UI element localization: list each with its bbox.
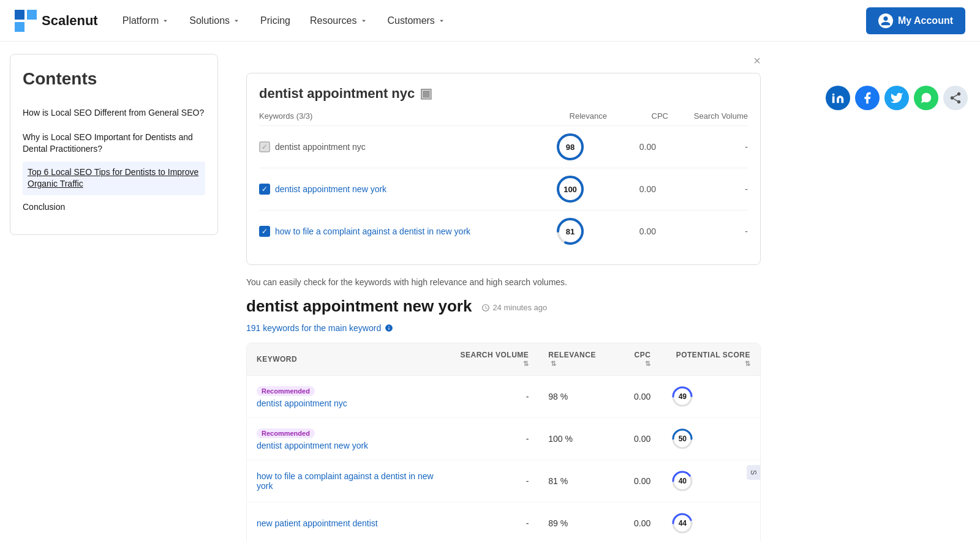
table-cell-keyword[interactable]: how to file a complaint against a dentis… [247, 460, 445, 502]
table-cell-sv: - [445, 502, 538, 542]
copy-icon[interactable]: ▣ [420, 86, 432, 102]
table-cell-keyword[interactable]: Recommended dentist appointment new york [247, 418, 445, 460]
close-area: × [246, 54, 761, 68]
desc-text: You can easily check for the keywords wi… [246, 277, 761, 287]
keyword-table: KEYWORD SEARCH VOLUME ⇅ RELEVANCE ⇅ CPC [247, 343, 760, 541]
score-circle-1: 98 [556, 132, 585, 162]
col-header-sv: Search Volume [668, 111, 748, 121]
keyword-panel-title: dentist appointment nyc ▣ [259, 86, 748, 102]
sv-cell-1: - [668, 142, 748, 152]
sort-icon-sv[interactable]: ⇅ [523, 360, 529, 368]
th-score: POTENTIAL SCORE ⇅ [660, 343, 760, 376]
table-cell-cpc: 0.00 [615, 418, 660, 460]
twitter-icon[interactable] [884, 86, 909, 110]
my-account-button[interactable]: My Account [866, 7, 965, 34]
navbar: Scalenut Platform Solutions Pricing Reso… [0, 0, 980, 42]
keyword-row-2: dentist appointment new york 100 0.00 - [259, 168, 748, 210]
th-sv: SEARCH VOLUME ⇅ [445, 343, 538, 376]
relevance-cell-2: 100 [533, 174, 607, 204]
score-value: 44 [679, 519, 687, 528]
keyword-table-container: S KEYWORD SEARCH VOLUME ⇅ RELEVANCE ⇅ [246, 343, 761, 541]
th-keyword: KEYWORD [247, 343, 445, 376]
my-account-label: My Account [898, 15, 953, 26]
table-score-circle: 40 [670, 469, 695, 493]
table-cell-keyword[interactable]: Recommended dentist appointment nyc [247, 376, 445, 418]
svg-rect-2 [15, 22, 24, 32]
close-button[interactable]: × [753, 54, 761, 68]
table-cell-score: 49 [660, 376, 760, 418]
table-cell-sv: - [445, 460, 538, 502]
col-header-cpc: CPC [607, 111, 668, 121]
main-content: × dentist appointment nyc ▣ Keywords (3/… [228, 42, 779, 541]
score-value: 40 [679, 477, 687, 485]
table-cell-relevance: 81 % [538, 460, 615, 502]
sv-cell-3: - [668, 226, 748, 236]
keyword-row-1: dentist appointment nyc 98 0.00 - [259, 125, 748, 168]
social-area [826, 86, 968, 110]
score-text-3: 81 [566, 227, 575, 236]
keyword-label-1: dentist appointment nyc [259, 141, 533, 152]
recommended-tag: Recommended [257, 386, 315, 396]
sidebar-title: Contents [23, 69, 205, 89]
sort-icon-score[interactable]: ⇅ [745, 360, 751, 368]
nav-item-platform[interactable]: Platform [123, 15, 170, 26]
score-value: 50 [679, 435, 687, 443]
table-cell-score: 50 [660, 418, 760, 460]
table-cell-relevance: 100 % [538, 418, 615, 460]
sidebar: Contents How is Local SEO Different from… [10, 54, 218, 235]
logo[interactable]: Scalenut [15, 10, 98, 32]
table-row: how to file a complaint against a dentis… [247, 460, 760, 502]
share-icon[interactable] [943, 86, 968, 110]
sidebar-item-1[interactable]: How is Local SEO Different from General … [23, 101, 205, 125]
relevance-cell-3: 81 [533, 217, 607, 246]
sidebar-item-4[interactable]: Conclusion [23, 195, 205, 220]
nav-item-solutions[interactable]: Solutions [189, 15, 241, 26]
table-cell-sv: - [445, 418, 538, 460]
linkedin-icon[interactable] [826, 86, 850, 110]
col-header-relevance: Relevance [533, 111, 607, 121]
section-title: dentist appointment new york [246, 297, 472, 316]
page-layout: Contents How is Local SEO Different from… [0, 42, 980, 541]
checkbox-3[interactable] [259, 226, 270, 237]
sort-icon-cpc[interactable]: ⇅ [645, 360, 651, 368]
keyword-header-row: Keywords (3/3) Relevance CPC Search Volu… [259, 111, 748, 125]
nav-items: Platform Solutions Pricing Resources Cus… [123, 15, 866, 26]
table-row: Recommended dentist appointment nyc - 98… [247, 376, 760, 418]
nav-item-pricing[interactable]: Pricing [260, 15, 290, 26]
table-cell-score: 40 [660, 460, 760, 502]
nav-item-resources[interactable]: Resources [310, 15, 368, 26]
score-circle-3: 81 [556, 217, 585, 246]
score-value: 49 [679, 392, 687, 401]
checkbox-1[interactable] [259, 141, 270, 152]
th-relevance: RELEVANCE ⇅ [538, 343, 615, 376]
table-score-circle: 49 [670, 384, 695, 409]
whatsapp-icon[interactable] [914, 86, 938, 110]
sort-icon-relevance[interactable]: ⇅ [551, 360, 557, 368]
panel-tab[interactable]: S [747, 465, 760, 480]
keyword-label-3: how to file a complaint against a dentis… [259, 226, 533, 237]
score-text-2: 100 [564, 185, 577, 194]
sidebar-item-3[interactable]: Top 6 Local SEO Tips for Dentists to Imp… [23, 162, 205, 195]
table-score-circle: 44 [670, 511, 695, 535]
svg-rect-0 [15, 10, 24, 20]
logo-text: Scalenut [42, 13, 98, 29]
table-body: Recommended dentist appointment nyc - 98… [247, 376, 760, 542]
cpc-cell-2: 0.00 [607, 184, 668, 194]
keyword-count: 191 keywords for the main keyword [246, 323, 761, 333]
facebook-icon[interactable] [855, 86, 880, 110]
table-cell-cpc: 0.00 [615, 460, 660, 502]
score-circle-2: 100 [556, 174, 585, 204]
checkbox-2[interactable] [259, 184, 270, 195]
score-text-1: 98 [566, 143, 575, 152]
nav-item-customers[interactable]: Customers [388, 15, 446, 26]
table-cell-cpc: 0.00 [615, 502, 660, 542]
table-cell-keyword[interactable]: new patient appointment dentist [247, 502, 445, 542]
table-row: new patient appointment dentist - 89 % 0… [247, 502, 760, 542]
social-icons [826, 86, 968, 110]
cpc-cell-1: 0.00 [607, 142, 668, 152]
sidebar-item-2[interactable]: Why is Local SEO Important for Dentists … [23, 125, 205, 162]
avatar-icon [878, 13, 893, 28]
sv-cell-2: - [668, 184, 748, 194]
table-cell-relevance: 89 % [538, 502, 615, 542]
svg-rect-1 [27, 10, 37, 20]
